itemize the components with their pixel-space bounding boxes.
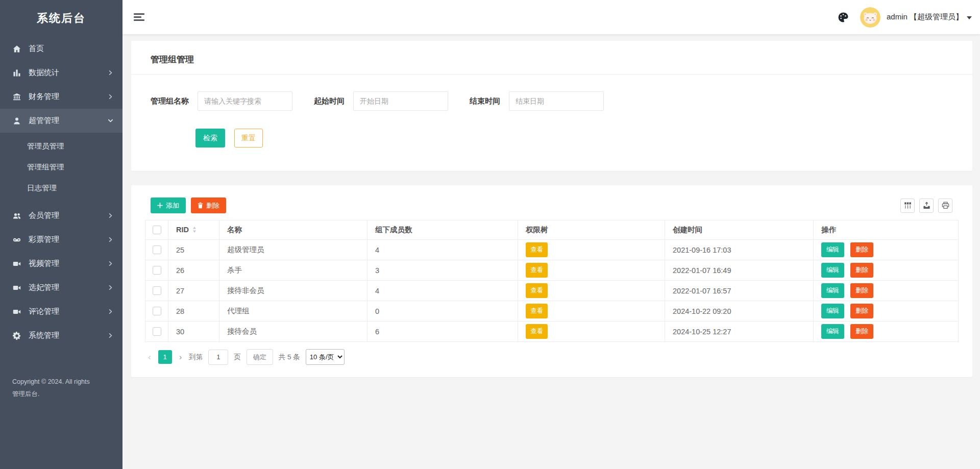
- users-icon: [13, 212, 21, 220]
- total-count-label: 共 5 条: [279, 353, 300, 362]
- cell-name: 代理组: [219, 301, 368, 322]
- cell-created: 2024-10-22 09:20: [665, 301, 814, 322]
- sidebar-item-5[interactable]: 会员管理: [0, 204, 122, 228]
- edit-button[interactable]: 编辑: [821, 242, 844, 257]
- video-icon: [13, 284, 21, 292]
- row-checkbox[interactable]: [153, 266, 161, 275]
- admin-user-icon: [13, 117, 21, 125]
- goto-page-input[interactable]: [208, 350, 228, 365]
- cell-rid: 30: [168, 322, 219, 342]
- cell-rid: 27: [168, 281, 219, 301]
- cell-members: 0: [368, 301, 518, 322]
- edit-button[interactable]: 编辑: [821, 304, 844, 318]
- sidebar-subitem-log-management[interactable]: 日志管理: [0, 178, 122, 199]
- edit-button[interactable]: 编辑: [821, 324, 844, 339]
- sidebar-copyright: Copyright © 2024. All rights 管理后台.: [0, 376, 102, 401]
- search-button[interactable]: 检索: [195, 129, 225, 147]
- current-page-button[interactable]: 1: [158, 350, 172, 364]
- cell-created: 2021-09-16 17:03: [665, 240, 814, 260]
- sidebar-item-9[interactable]: 评论管理: [0, 300, 122, 324]
- menu-toggle-icon[interactable]: [134, 12, 144, 22]
- chevron-right-icon: [108, 309, 113, 314]
- sidebar-item-8[interactable]: 选妃管理: [0, 276, 122, 300]
- row-checkbox[interactable]: [153, 286, 161, 295]
- sort-icon: [192, 226, 197, 234]
- user-menu[interactable]: admin 【超级管理员】: [887, 12, 972, 22]
- row-checkbox[interactable]: [153, 245, 161, 254]
- sidebar-item-1[interactable]: 首页: [0, 37, 122, 61]
- sidebar-subitem-admin-management[interactable]: 管理员管理: [0, 136, 122, 157]
- video-icon: [13, 260, 21, 268]
- group-name-label: 管理组名称: [151, 96, 189, 106]
- groups-table: RID 名称 组下成员数 权限树 创建时间 操作 25 超级管理员 4 查看: [145, 220, 959, 342]
- delete-button[interactable]: 删除: [850, 304, 873, 318]
- cell-members: 6: [368, 322, 518, 342]
- chevron-right-icon: [108, 285, 113, 290]
- column-header-created: 创建时间: [665, 220, 814, 240]
- prev-page-button[interactable]: ‹: [146, 352, 153, 362]
- view-permission-button[interactable]: 查看: [526, 283, 548, 298]
- content: 管理组管理 管理组名称 起始时间 结束时间: [122, 34, 980, 377]
- theme-palette-icon[interactable]: [838, 12, 849, 23]
- sidebar-item-2[interactable]: 数据统计: [0, 61, 122, 85]
- cell-name: 接待会员: [219, 322, 368, 342]
- export-button[interactable]: [919, 199, 934, 213]
- cell-rid: 26: [168, 260, 219, 281]
- sidebar-item-6[interactable]: 彩票管理: [0, 228, 122, 252]
- columns-toggle-button[interactable]: [900, 199, 915, 213]
- plus-icon: [157, 203, 163, 208]
- delete-button[interactable]: 删除: [850, 263, 873, 278]
- select-all-checkbox[interactable]: [153, 226, 161, 234]
- goto-prefix-label: 到第: [189, 353, 203, 362]
- group-name-input[interactable]: [198, 91, 292, 111]
- sidebar-item-4[interactable]: 超管管理: [0, 109, 122, 133]
- goto-confirm-button[interactable]: 确定: [247, 349, 273, 365]
- cell-members: 4: [368, 240, 518, 260]
- sidebar-item-10[interactable]: 系统管理: [0, 324, 122, 348]
- view-permission-button[interactable]: 查看: [526, 324, 548, 339]
- edit-button[interactable]: 编辑: [821, 283, 844, 298]
- page-title: 管理组管理: [131, 41, 972, 75]
- chevron-right-icon: [108, 70, 113, 76]
- chevron-right-icon: [108, 333, 113, 338]
- cell-name: 杀手: [219, 260, 368, 281]
- page-size-select[interactable]: 10 条/页: [306, 349, 345, 365]
- cell-rid: 28: [168, 301, 219, 322]
- cell-members: 3: [368, 260, 518, 281]
- delete-button[interactable]: 删除: [850, 324, 873, 339]
- avatar[interactable]: [860, 7, 880, 28]
- main-area: admin 【超级管理员】 管理组管理 管理组名称 起始时间: [122, 0, 980, 469]
- column-header-rid[interactable]: RID: [168, 220, 219, 240]
- view-permission-button[interactable]: 查看: [526, 242, 548, 257]
- sidebar-item-3[interactable]: 财务管理: [0, 85, 122, 109]
- column-header-actions: 操作: [814, 220, 959, 240]
- view-permission-button[interactable]: 查看: [526, 263, 548, 278]
- edit-button[interactable]: 编辑: [821, 263, 844, 278]
- chevron-right-icon: [108, 261, 113, 266]
- table-header-row: RID 名称 组下成员数 权限树 创建时间 操作: [145, 220, 959, 240]
- column-header-name: 名称: [219, 220, 368, 240]
- cell-created: 2022-01-07 16:57: [665, 281, 814, 301]
- row-checkbox[interactable]: [153, 307, 161, 315]
- sidebar-subitem-group-management[interactable]: 管理组管理: [0, 157, 122, 178]
- next-page-button[interactable]: ›: [178, 352, 184, 362]
- cell-created: 2024-10-25 12:27: [665, 322, 814, 342]
- end-date-input[interactable]: [509, 91, 604, 111]
- columns-icon: [904, 202, 912, 209]
- print-button[interactable]: [938, 199, 952, 213]
- video-icon: [13, 308, 21, 316]
- view-permission-button[interactable]: 查看: [526, 304, 548, 318]
- sidebar-item-7[interactable]: 视频管理: [0, 252, 122, 276]
- sidebar-submenu: 管理员管理 管理组管理 日志管理: [0, 133, 122, 204]
- start-time-label: 起始时间: [314, 96, 345, 106]
- reset-button[interactable]: 重置: [234, 129, 263, 147]
- chevron-down-icon: [108, 118, 113, 124]
- add-button[interactable]: 添加: [151, 198, 186, 213]
- bar-chart-icon: [13, 69, 21, 77]
- bulk-delete-button[interactable]: 删除: [191, 198, 226, 213]
- user-label: admin 【超级管理员】: [887, 12, 963, 22]
- delete-button[interactable]: 删除: [850, 242, 873, 257]
- row-checkbox[interactable]: [153, 327, 161, 336]
- start-date-input[interactable]: [353, 91, 448, 111]
- delete-button[interactable]: 删除: [850, 283, 873, 298]
